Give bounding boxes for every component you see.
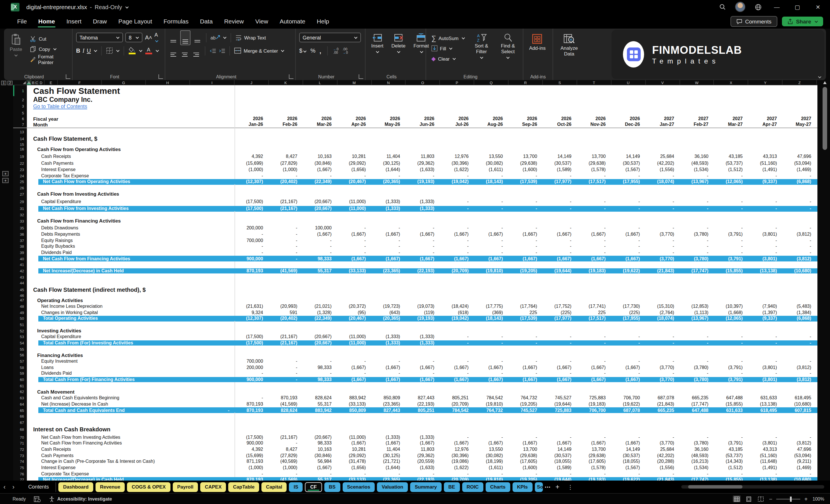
cell-value[interactable]: (18,143) — [474, 179, 509, 185]
more-sheets-button[interactable]: ••• — [545, 485, 551, 489]
cell-value[interactable]: (3,801) — [748, 231, 783, 237]
cell-value[interactable]: (31,478) — [337, 459, 372, 465]
cell-value[interactable]: (1,491) — [748, 167, 783, 173]
month-cell[interactable]: Feb-27 — [680, 122, 714, 127]
column-header-Z[interactable]: Z — [783, 80, 817, 85]
cell-value[interactable]: (19,205) — [509, 401, 543, 407]
wrap-text-button[interactable]: Wrap Text — [235, 34, 266, 41]
cell-value[interactable]: (19,622) — [611, 401, 646, 407]
cell-value[interactable]: (53,094) — [783, 452, 817, 459]
cell-value[interactable]: (29,092) — [337, 452, 372, 459]
row-header-57[interactable]: 57 — [13, 358, 27, 364]
cell-value[interactable]: 647,488 — [714, 395, 748, 401]
autosum-button[interactable]: ∑AutoSum — [429, 33, 467, 43]
cell-value[interactable]: (1,667) — [337, 365, 372, 371]
cell-value[interactable]: (1,333) — [372, 206, 406, 212]
cell-value[interactable]: - — [269, 173, 303, 179]
cell-value[interactable]: 883,942 — [337, 395, 372, 401]
cell-value[interactable]: - — [645, 173, 680, 179]
cell-value[interactable]: (19,183) — [577, 268, 611, 274]
number-format-select[interactable]: General — [299, 33, 361, 42]
fiscal-year-cell[interactable]: 2026 — [269, 116, 303, 122]
cell-value[interactable]: (29,092) — [337, 160, 372, 166]
cell-value[interactable]: (1,000) — [234, 167, 269, 173]
row-header-67[interactable]: 67 — [13, 419, 27, 426]
cell-value[interactable]: (1,667) — [611, 377, 646, 383]
row-header-43[interactable]: 43 — [13, 274, 27, 280]
row-header-58[interactable]: 58 — [13, 365, 27, 371]
cell-value[interactable]: (3,780) — [680, 231, 714, 237]
cell-value[interactable]: (1,556) — [645, 167, 680, 173]
cell-value[interactable]: (22,193) — [406, 477, 440, 480]
row-header-39[interactable]: 39 — [13, 249, 27, 255]
cell-value[interactable]: (3,770) — [645, 365, 680, 371]
fiscal-year-cell[interactable]: 2026 — [474, 116, 509, 122]
cell-value[interactable]: (3,801) — [748, 377, 783, 383]
cell-value[interactable]: 4,392 — [234, 446, 269, 452]
cell-value[interactable]: - — [509, 434, 543, 440]
cell-value[interactable]: (1,667) — [406, 440, 440, 446]
cell-value[interactable]: (1,667) — [474, 377, 509, 383]
cell-value[interactable]: (20,559) — [406, 459, 440, 465]
column-header-I[interactable]: I — [190, 80, 234, 85]
cell-value[interactable]: (1,567) — [611, 167, 646, 173]
cell-value[interactable]: - — [748, 173, 783, 179]
cell-value[interactable]: (30,125) — [372, 452, 406, 459]
column-header-L[interactable]: L — [303, 80, 338, 85]
menu-tab-draw[interactable]: Draw — [87, 15, 113, 27]
cell-value[interactable]: - — [406, 371, 440, 376]
cell-value[interactable]: (1,656) — [337, 167, 372, 173]
fill-color-options-icon[interactable] — [139, 49, 142, 52]
cell-value[interactable]: (5,483) — [783, 303, 817, 309]
cell-value[interactable]: - — [543, 225, 577, 231]
row-header-76[interactable]: 76 — [13, 471, 27, 477]
cell-value[interactable]: - — [645, 471, 680, 477]
cell-value[interactable]: (1,667) — [303, 465, 338, 471]
menu-tab-automate[interactable]: Automate — [274, 15, 311, 27]
cell-value[interactable]: - — [234, 371, 269, 376]
cell-value[interactable]: (27,829) — [269, 160, 303, 166]
cell-value[interactable]: (17,500) — [234, 334, 269, 340]
cell-value[interactable]: - — [303, 358, 338, 364]
column-header-V[interactable]: V — [645, 80, 680, 85]
currency-button[interactable]: $ — [299, 48, 306, 54]
cell-value[interactable]: (19,644) — [543, 401, 577, 407]
cell-value[interactable]: (11,000) — [337, 340, 372, 346]
cell-value[interactable]: 607,815 — [783, 407, 817, 413]
cell-value[interactable]: (1,534) — [680, 465, 714, 471]
cell-value[interactable]: - — [509, 173, 543, 179]
cell-value[interactable]: - — [543, 358, 577, 364]
row-header-55[interactable]: 55 — [13, 346, 27, 352]
cell-value[interactable]: (1,667) — [440, 256, 475, 262]
cell-value[interactable]: 98,333 — [303, 256, 338, 262]
cell-value[interactable]: (6,868) — [783, 179, 817, 185]
sheet-tab-be[interactable]: BE — [444, 482, 460, 492]
cell-value[interactable]: - — [440, 471, 475, 477]
cell-value[interactable]: - — [714, 198, 748, 204]
find-select-button[interactable]: Find & Select — [497, 32, 519, 72]
cell-value[interactable]: (29,638) — [577, 452, 611, 459]
cell-value[interactable]: 98,333 — [303, 377, 338, 383]
cell-value[interactable]: (225) — [543, 309, 577, 315]
row-header-22[interactable]: 22 — [13, 160, 27, 166]
vertical-scrollbar[interactable] — [823, 83, 827, 478]
cell-value[interactable]: - — [748, 471, 783, 477]
cell-value[interactable]: (1,469) — [783, 167, 817, 173]
select-all-corner[interactable] — [13, 80, 27, 85]
cell-value[interactable]: - — [680, 340, 714, 346]
cell-value[interactable]: - — [474, 238, 509, 244]
cell-value[interactable]: (3,791) — [714, 440, 748, 446]
cell-value[interactable]: - — [269, 377, 303, 383]
cell-value[interactable]: (3,770) — [645, 256, 680, 262]
fiscal-year-cell[interactable]: 2026 — [372, 116, 406, 122]
cell-value[interactable]: - — [406, 238, 440, 244]
font-family-select[interactable]: Tahoma — [76, 33, 123, 42]
cell-value[interactable]: (41,569) — [269, 401, 303, 407]
cell-value[interactable]: - — [440, 173, 475, 179]
cell-value[interactable]: 827,443 — [406, 395, 440, 401]
cell-value[interactable]: (3,780) — [680, 440, 714, 446]
cell-value[interactable]: - — [645, 340, 680, 346]
cell-value[interactable]: - — [714, 249, 748, 255]
menu-tab-review[interactable]: Review — [219, 15, 250, 27]
cell-value[interactable]: - — [440, 434, 475, 440]
